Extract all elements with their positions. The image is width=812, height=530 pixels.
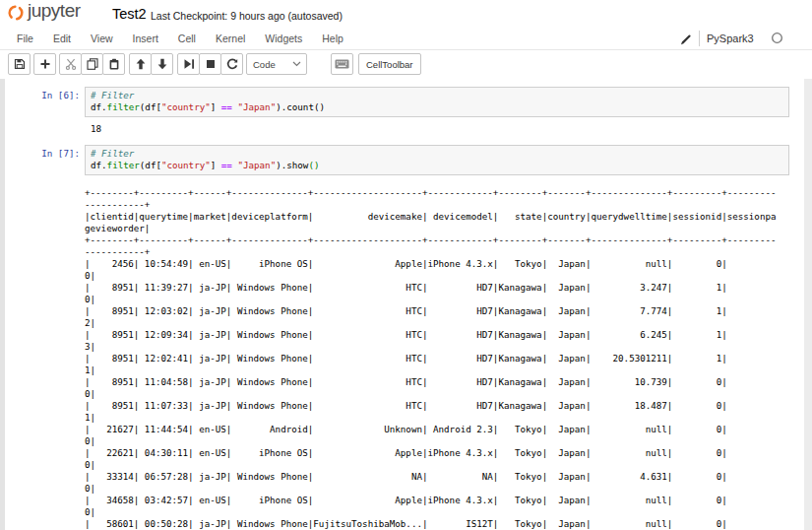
code-cell-input[interactable]: # Filter df.filter(df["country"] == "Jap… (85, 145, 789, 175)
notebook-title[interactable]: Test2 (112, 6, 147, 22)
interrupt-kernel-button[interactable] (199, 53, 221, 75)
save-button[interactable] (8, 53, 31, 75)
code-cell-input[interactable]: # Filter df.filter(df["country"] == "Jap… (85, 87, 789, 117)
cut-cells-button[interactable] (59, 53, 82, 75)
menu-edit[interactable]: Edit (43, 28, 81, 49)
restart-kernel-button[interactable] (220, 53, 243, 75)
plus-icon (39, 58, 51, 70)
edit-mode-pencil-icon (680, 33, 692, 45)
menu-items: File Edit View Insert Cell Kernel Widget… (7, 28, 353, 49)
kernel-name: PySpark3 (707, 33, 754, 44)
command-palette-button[interactable] (331, 53, 353, 75)
input-prompt: In [6]: (0, 90, 80, 101)
menu-cell[interactable]: Cell (168, 28, 206, 49)
cell-output-text: 18 (91, 123, 101, 135)
copy-cells-button[interactable] (81, 53, 103, 75)
menu-bar: File Edit View Insert Cell Kernel Widget… (0, 28, 812, 50)
keyboard-icon (335, 58, 349, 70)
scissors-icon (65, 58, 77, 70)
restart-icon (226, 58, 238, 70)
chevron-down-icon (292, 61, 301, 67)
menu-insert[interactable]: Insert (123, 28, 168, 49)
celltoolbar-label: CellToolbar (366, 59, 413, 70)
jupyter-wordmark[interactable]: jupyter (28, 0, 81, 22)
arrow-down-icon (156, 58, 168, 70)
stop-icon (205, 58, 217, 70)
celltoolbar-button[interactable]: CellToolbar (358, 53, 421, 75)
header-bar: jupyter Test2 Last Checkpoint: 9 hours a… (0, 0, 812, 29)
code-editor[interactable]: # Filter df.filter(df["country"] == "Jap… (91, 90, 783, 113)
scrollbar[interactable] (804, 79, 812, 530)
arrow-up-icon (135, 58, 147, 70)
save-icon (14, 58, 26, 70)
run-cell-button[interactable] (177, 53, 200, 75)
toolbar: Code CellToolbar (0, 50, 812, 80)
move-cell-up-button[interactable] (129, 53, 152, 75)
copy-icon (87, 58, 98, 70)
menu-view[interactable]: View (81, 28, 123, 49)
kernel-idle-icon (771, 32, 783, 44)
page-background-strip (0, 79, 5, 530)
code-editor[interactable]: # Filter df.filter(df["country"] == "Jap… (91, 148, 783, 171)
insert-cell-button[interactable] (33, 53, 56, 75)
cell-type-select[interactable]: Code (246, 53, 307, 75)
notebook-area: In [6]: # Filter df.filter(df["country"]… (0, 79, 812, 530)
menu-kernel[interactable]: Kernel (206, 28, 255, 49)
dataframe-show-output: +--------+---------+------+-------------… (85, 187, 776, 530)
divider (699, 31, 700, 46)
menu-help[interactable]: Help (312, 28, 353, 49)
jupyter-logo-icon (7, 4, 25, 22)
run-icon (183, 58, 195, 70)
checkpoint-status: Last Checkpoint: 9 hours ago (autosaved) (151, 10, 343, 22)
move-cell-down-button[interactable] (151, 53, 173, 75)
menu-file[interactable]: File (7, 28, 43, 49)
clipboard-icon (108, 58, 120, 70)
jupyter-notebook-app: jupyter Test2 Last Checkpoint: 9 hours a… (0, 0, 812, 530)
cell-type-value: Code (253, 59, 276, 70)
input-prompt: In [7]: (0, 148, 80, 160)
paste-cells-button[interactable] (102, 53, 125, 75)
menu-widgets[interactable]: Widgets (255, 28, 312, 49)
